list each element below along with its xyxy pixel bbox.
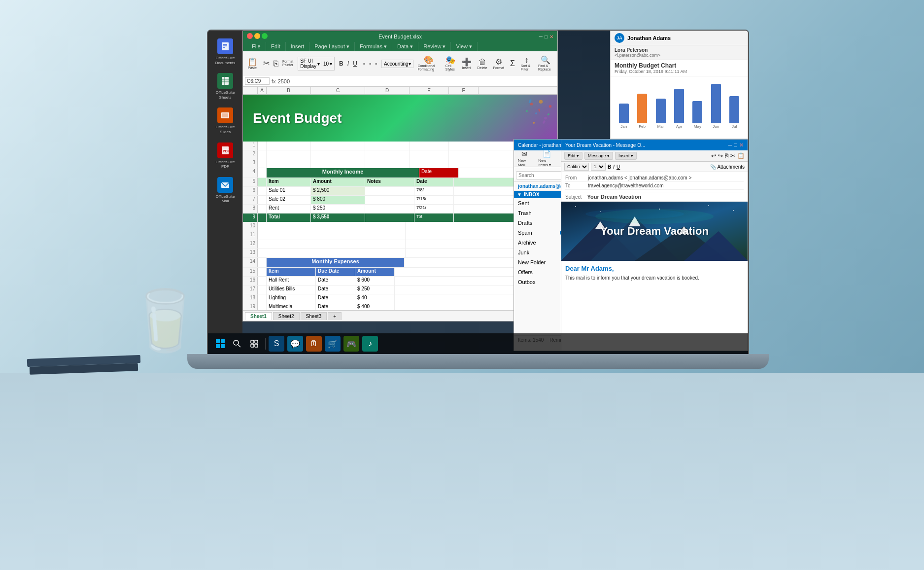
- tab-pagelayout[interactable]: Page Layout ▾: [309, 42, 355, 51]
- taskbar-calendar[interactable]: 🗓: [306, 336, 322, 352]
- edit-dropdown[interactable]: Edit ▾: [564, 152, 582, 160]
- col-d[interactable]: D: [365, 87, 410, 94]
- paste-button[interactable]: 📋 Paste: [246, 57, 259, 71]
- amount-row6[interactable]: $ 2,500: [311, 187, 365, 195]
- tab-file[interactable]: File: [247, 42, 266, 51]
- row-14-expenses-header: 14 Monthly Expenses: [243, 258, 557, 268]
- sidebar-item-sheets[interactable]: OfficeSuite Sheets: [210, 70, 240, 103]
- cell-reference-input[interactable]: [245, 77, 270, 85]
- minimize-icon[interactable]: ─: [539, 34, 543, 39]
- message-dropdown[interactable]: Message ▾: [584, 152, 613, 160]
- cell-styles-button[interactable]: 🎭 Cell Styles: [444, 55, 457, 72]
- close-btn[interactable]: [247, 33, 253, 39]
- taskbar-music[interactable]: ♪: [362, 336, 378, 352]
- compose-underline[interactable]: U: [616, 164, 620, 170]
- date-row6[interactable]: 7/8/: [414, 187, 454, 195]
- user-name: Jonathan Adams: [627, 35, 671, 41]
- copy-compose-icon[interactable]: ⎘: [725, 152, 728, 159]
- number-format-selector[interactable]: Accounting ▾: [381, 60, 413, 68]
- sum-button[interactable]: Σ: [509, 59, 516, 69]
- taskbar-search-button[interactable]: [231, 337, 243, 350]
- to-value[interactable]: travel.agency@traveltheworld.com: [588, 183, 744, 188]
- taskbar-task-view[interactable]: [246, 336, 262, 352]
- find-replace-button[interactable]: 🔍 Find & Replace: [537, 55, 554, 72]
- inbox-label-text: INBOX: [524, 192, 540, 197]
- col-a[interactable]: A: [258, 87, 267, 94]
- taskbar-skype[interactable]: S: [269, 336, 284, 352]
- add-sheet-button[interactable]: +: [328, 312, 342, 320]
- format-painter-button[interactable]: Format Painter: [281, 59, 295, 69]
- tab-view[interactable]: View ▾: [451, 42, 478, 51]
- sidebar-item-slides[interactable]: OfficeSuite Slides: [210, 105, 240, 137]
- compose-size-select[interactable]: 11: [591, 163, 606, 171]
- tab-edit[interactable]: Edit: [266, 42, 286, 51]
- item-row7[interactable]: Sale 02: [267, 196, 311, 204]
- redo-icon[interactable]: ↪: [718, 152, 723, 159]
- email-close-icon[interactable]: ✕: [739, 142, 744, 148]
- close-icon[interactable]: ✕: [549, 34, 553, 39]
- compose-bold[interactable]: B: [608, 164, 611, 170]
- taskbar-chat[interactable]: 💬: [287, 336, 303, 352]
- subject-value[interactable]: Your Dream Vacation: [587, 194, 641, 200]
- max-btn[interactable]: [262, 33, 268, 39]
- date-row8[interactable]: 7/21/: [414, 205, 454, 213]
- compose-italic[interactable]: I: [613, 164, 615, 170]
- officesuite-sidebar: OfficeSuite Documents OfficeSuite Sheets…: [208, 31, 242, 333]
- conditional-formatting-button[interactable]: 🎨 Conditional Formatting: [416, 55, 441, 72]
- sort-filter-button[interactable]: ↕ Sort & Filter: [519, 55, 534, 72]
- sidebar-item-pdf[interactable]: PDF OfficeSuite PDF: [210, 140, 240, 172]
- format-button[interactable]: ⚙ Format: [492, 57, 506, 71]
- exp-amount-col: Amount: [355, 268, 395, 276]
- sheet-tab-3[interactable]: Sheet3: [301, 312, 327, 320]
- tab-insert[interactable]: Insert: [286, 42, 310, 51]
- cut-button[interactable]: ✂: [262, 59, 271, 69]
- insert-button[interactable]: ➕ Insert: [460, 57, 473, 71]
- insert-dropdown[interactable]: Insert ▾: [615, 152, 637, 160]
- email-maximize-icon[interactable]: □: [734, 142, 737, 148]
- col-b[interactable]: B: [267, 87, 311, 94]
- align-center-button[interactable]: ≡: [368, 61, 373, 67]
- sidebar-item-mail[interactable]: OfficeSuite Mail: [210, 174, 240, 207]
- delete-button[interactable]: 🗑 Delete: [476, 57, 489, 71]
- new-items-button[interactable]: 📄 New Items ▾: [536, 149, 557, 168]
- amount-row8[interactable]: $ 250: [311, 205, 365, 213]
- col-c[interactable]: C: [311, 87, 365, 94]
- col-f[interactable]: F: [449, 87, 479, 94]
- underline-button[interactable]: U: [351, 59, 359, 68]
- email-minimize-icon[interactable]: ─: [728, 142, 732, 148]
- date-row7[interactable]: 7/15/: [414, 196, 454, 204]
- item-row8[interactable]: Rent: [267, 205, 311, 213]
- amount-row7[interactable]: $ 800: [311, 196, 365, 204]
- min-btn[interactable]: [254, 33, 260, 39]
- sidebar-item-documents[interactable]: OfficeSuite Documents: [210, 36, 240, 68]
- taskbar-game[interactable]: 🎮: [343, 336, 359, 352]
- maximize-icon[interactable]: □: [545, 34, 548, 39]
- sheet-tab-1[interactable]: Sheet1: [245, 312, 272, 320]
- item-row6[interactable]: Sale 01: [267, 187, 311, 195]
- bold-button[interactable]: B: [338, 59, 345, 68]
- col-e[interactable]: E: [410, 87, 449, 94]
- italic-button[interactable]: I: [346, 59, 350, 68]
- attachments-button[interactable]: 📎 Attachments: [710, 164, 745, 170]
- copy-button[interactable]: ⎘: [272, 59, 280, 69]
- font-selector[interactable]: SF UI Display ▾ 10 ▾: [298, 57, 335, 71]
- bar-jun: Jun: [711, 84, 721, 129]
- paste-compose-icon[interactable]: 📋: [737, 152, 745, 159]
- row-15-exp-cols: 15 Item Due Date Amount: [243, 268, 557, 277]
- new-mail-button[interactable]: ✉ New Mail: [516, 149, 532, 168]
- taskbar-start-button[interactable]: [213, 336, 228, 351]
- cut-compose-icon[interactable]: ✂: [730, 152, 735, 159]
- tab-data[interactable]: Data ▾: [392, 42, 418, 51]
- align-right-button[interactable]: ≡: [374, 61, 378, 67]
- tab-formulas[interactable]: Formulas ▾: [355, 42, 392, 51]
- chart-title: Monthly Budget Chart: [615, 62, 744, 69]
- exp-date-col: Due Date: [316, 268, 355, 276]
- formula-input[interactable]: [278, 78, 555, 84]
- svg-text:PDF: PDF: [223, 149, 230, 153]
- align-left-button[interactable]: ≡: [362, 61, 367, 67]
- undo-icon[interactable]: ↩: [711, 152, 716, 159]
- taskbar-store[interactable]: 🛒: [325, 336, 341, 352]
- compose-font-select[interactable]: Calibri: [564, 163, 589, 171]
- tab-review[interactable]: Review ▾: [418, 42, 451, 51]
- sheet-tab-2[interactable]: Sheet2: [273, 312, 300, 320]
